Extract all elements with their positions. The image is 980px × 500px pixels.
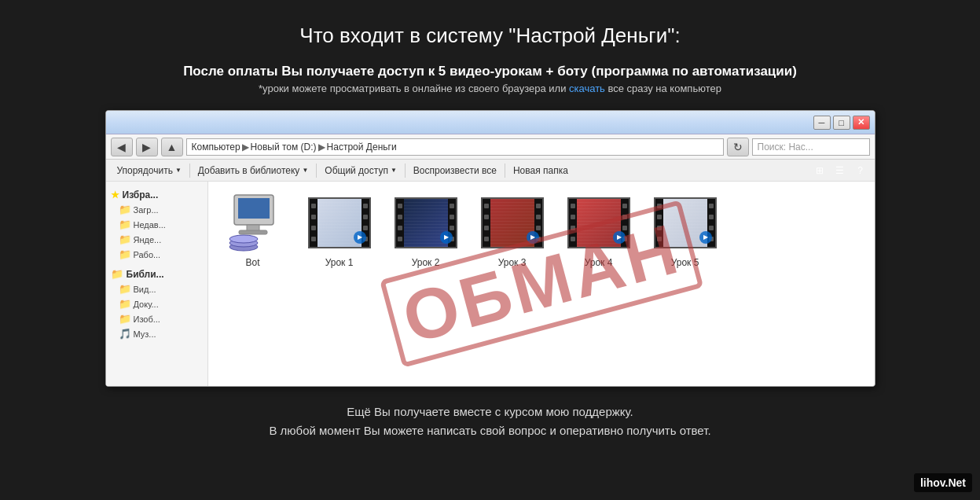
urok1-label: Урок 1 (325, 257, 354, 268)
sidebar-header-libraries: 📁 Библи... (106, 267, 207, 281)
bot-icon-svg (225, 193, 281, 252)
title-bar-buttons: ─ □ ✕ (813, 116, 870, 130)
back-button[interactable]: ◀ (111, 138, 133, 156)
path-part-3: Настрой Деньги (327, 142, 397, 153)
bot-file-icon (222, 191, 284, 254)
play-icon: ▶ (354, 231, 366, 244)
urok3-icon: ▶ (481, 191, 544, 254)
svg-point-6 (229, 235, 258, 243)
content-area: ★ Избра... 📁 Загр... 📁 Недав... 📁 Янде..… (106, 182, 875, 386)
explorer-window: ─ □ ✕ ◀ ▶ ▲ Компьютер ▶ Новый том (D:) ▶… (105, 110, 875, 387)
sidebar-item-yandex[interactable]: 📁 Янде... (106, 232, 207, 247)
path-part-2: Новый том (D:) (251, 142, 317, 153)
address-path[interactable]: Компьютер ▶ Новый том (D:) ▶ Настрой Ден… (186, 138, 724, 156)
toolbar-sep-2 (316, 164, 317, 178)
subtitle-bold: После оплаты Вы получаете доступ к 5 вид… (183, 64, 797, 79)
sidebar-item-downloads[interactable]: 📁 Загр... (106, 202, 207, 217)
files-area: ОБМАН (208, 182, 875, 386)
toolbar-add-library[interactable]: Добавить в библиотеку ▼ (192, 161, 314, 180)
toolbar-play-all[interactable]: Воспроизвести все (407, 161, 503, 180)
maximize-button[interactable]: □ (833, 116, 850, 130)
urok4-label: Урок 4 (585, 257, 613, 268)
star-icon: ★ (111, 189, 119, 200)
sidebar-header-favorites: ★ Избра... (106, 188, 207, 202)
subtitle-note: *уроки можете просматривать в онлайне из… (259, 83, 721, 94)
address-bar: ◀ ▶ ▲ Компьютер ▶ Новый том (D:) ▶ Настр… (106, 134, 875, 160)
sidebar-item-images[interactable]: 📁 Изоб... (106, 311, 207, 326)
site-watermark: lihov.Net (914, 473, 972, 492)
sidebar-section-libraries: 📁 Библи... 📁 Вид... 📁 Доку... 📁 Изоб... (106, 267, 207, 341)
download-link[interactable]: скачать (569, 83, 605, 94)
help-btn[interactable]: ? (851, 162, 870, 179)
minimize-button[interactable]: ─ (813, 116, 831, 130)
sidebar-item-music[interactable]: 🎵 Муз... (106, 326, 207, 341)
bottom-text: Ещё Вы получаете вместе с курсом мою под… (269, 403, 710, 440)
view-btn-2[interactable]: ☰ (831, 162, 850, 179)
subtitle-note-suffix: все сразу на компьютер (605, 83, 721, 94)
urok4-icon: ▶ (567, 191, 630, 254)
sidebar-item-documents[interactable]: 📁 Доку... (106, 296, 207, 311)
urok1-icon: ▶ (308, 191, 371, 254)
toolbar-share[interactable]: Общий доступ ▼ (318, 161, 403, 180)
urok5-label: Урок 5 (671, 257, 699, 268)
view-btn-1[interactable]: ⊞ (810, 162, 829, 179)
file-item-urok3[interactable]: ▶ Урок 3 (477, 191, 548, 268)
up-button[interactable]: ▲ (161, 138, 183, 156)
sidebar: ★ Избра... 📁 Загр... 📁 Недав... 📁 Янде..… (106, 182, 208, 386)
sidebar-item-recent[interactable]: 📁 Недав... (106, 217, 207, 232)
forward-button[interactable]: ▶ (136, 138, 158, 156)
search-box[interactable]: Поиск: Нас... (752, 138, 870, 156)
svg-rect-1 (238, 198, 270, 219)
title-bar: ─ □ ✕ (106, 111, 875, 134)
sidebar-item-desktop[interactable]: 📁 Рабо... (106, 247, 207, 262)
file-item-urok2[interactable]: ▶ Урок 2 (391, 191, 461, 268)
urok2-icon: ▶ (395, 191, 457, 254)
sidebar-item-video[interactable]: 📁 Вид... (106, 281, 207, 296)
urok5-icon: ▶ (654, 191, 717, 254)
search-placeholder: Поиск: Нас... (758, 142, 813, 153)
urok3-label: Урок 3 (498, 257, 527, 268)
play-icon: ▶ (440, 231, 453, 244)
file-item-urok1[interactable]: ▶ Урок 1 (304, 191, 375, 268)
play-icon: ▶ (699, 231, 712, 244)
bottom-line1: Ещё Вы получаете вместе с курсом мою под… (269, 403, 710, 421)
toolbar: Упорядочить ▼ Добавить в библиотеку ▼ Об… (106, 160, 875, 182)
toolbar-sep-3 (405, 164, 406, 178)
svg-rect-3 (239, 230, 267, 234)
subtitle-note-prefix: *уроки можете просматривать в онлайне из… (259, 83, 569, 94)
toolbar-organize[interactable]: Упорядочить ▼ (111, 161, 188, 180)
main-title: Что входит в систему "Настрой Деньги": (299, 24, 680, 48)
toolbar-right: ⊞ ☰ ? (810, 162, 870, 179)
path-part-1: Компьютер (192, 142, 240, 153)
close-button[interactable]: ✕ (853, 116, 870, 130)
file-item-bot[interactable]: Bot (218, 191, 288, 268)
urok2-label: Урок 2 (412, 257, 440, 268)
sidebar-section-favorites: ★ Избра... 📁 Загр... 📁 Недав... 📁 Янде..… (106, 188, 207, 262)
file-item-urok5[interactable]: ▶ Урок 5 (650, 191, 721, 268)
bot-file-label: Bot (245, 257, 259, 268)
bottom-line2: В любой момент Вы можете написать свой в… (269, 421, 710, 440)
toolbar-new-folder[interactable]: Новая папка (507, 161, 574, 180)
play-icon: ▶ (613, 231, 626, 244)
play-icon: ▶ (527, 231, 539, 244)
file-item-urok4[interactable]: ▶ Урок 4 (563, 191, 634, 268)
toolbar-sep-4 (505, 164, 505, 178)
page-wrapper: Что входит в систему "Настрой Деньги": П… (0, 0, 980, 500)
toolbar-sep-1 (189, 164, 190, 178)
refresh-button[interactable]: ↻ (727, 138, 749, 156)
